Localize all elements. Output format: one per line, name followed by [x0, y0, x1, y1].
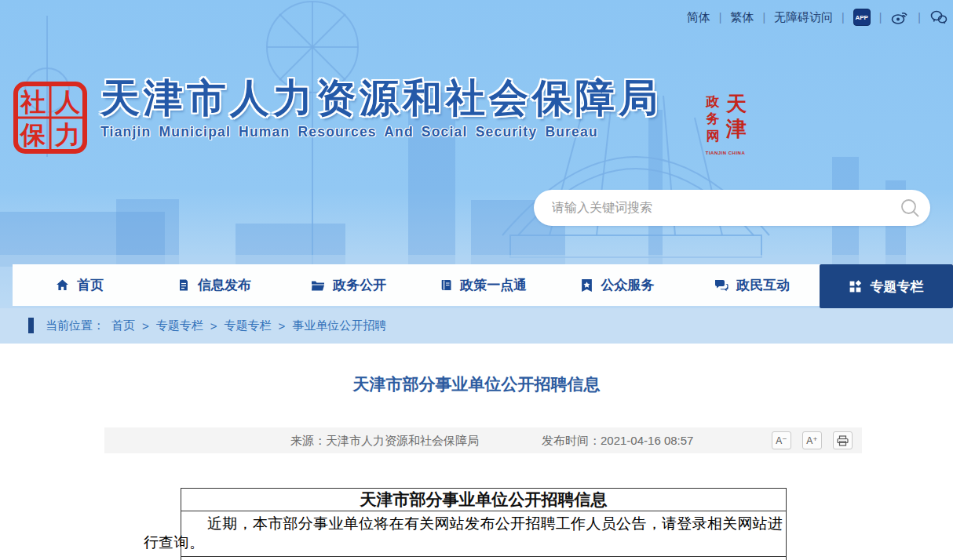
svg-text:政: 政: [706, 94, 721, 109]
grid-icon: [849, 280, 862, 293]
svg-text:网: 网: [707, 129, 720, 144]
separator: |: [719, 11, 722, 24]
table-row: [181, 557, 787, 560]
breadcrumb-home[interactable]: 首页: [111, 318, 135, 333]
main-content-panel: 天津市部分事业单位公开招聘信息 来源：天津市人力资源和社会保障局 发布时间：20…: [13, 344, 953, 560]
table-row: 近期，本市部分事业单位将在有关网站发布公开招聘工作人员公告，请登录相关网站进行查…: [181, 511, 787, 557]
breadcrumb: 当前位置： 首页 > 专题专栏 > 专题专栏 > 事业单位公开招聘: [28, 318, 386, 333]
svg-text:津: 津: [725, 117, 747, 140]
site-subtitle: Tianjin Municipal Human Resources And So…: [100, 124, 662, 140]
nav-item-special-columns[interactable]: 专题专栏: [820, 264, 953, 308]
print-icon: [837, 435, 849, 446]
breadcrumb-marker: [28, 318, 34, 333]
svg-text:社: 社: [20, 88, 46, 116]
search-input[interactable]: [552, 201, 889, 215]
site-title-block: 天津市人力资源和社会保障局 Tianjin Municipal Human Re…: [100, 74, 662, 140]
site-title: 天津市人力资源和社会保障局: [100, 74, 662, 122]
utility-bar: 简体 | 繁体 | 无障碍访问 | APP | |: [687, 7, 948, 27]
table-row: 天津市部分事业单位公开招聘信息: [181, 489, 787, 511]
nav-item-gov-disclosure[interactable]: 政务公开: [282, 264, 416, 306]
article-box-title: 天津市部分事业单位公开招聘信息: [181, 489, 787, 511]
nav-item-public-service[interactable]: 公众服务: [550, 264, 685, 306]
main-nav: 首页 信息发布 政务公开 政策一点通 公众服务 政民互动: [13, 264, 953, 306]
search-box: [534, 190, 930, 226]
app-icon[interactable]: APP: [853, 9, 871, 26]
breadcrumb-special-columns[interactable]: 专题专栏: [156, 318, 203, 333]
separator: |: [842, 11, 845, 24]
svg-text:务: 务: [706, 111, 720, 126]
separator: |: [762, 11, 765, 24]
badge-icon: [581, 278, 593, 292]
article-publish-time: 发布时间：2021-04-16 08:57: [542, 427, 693, 453]
breadcrumb-current[interactable]: 事业单位公开招聘: [292, 318, 386, 333]
article-paragraph: 近期，本市部分事业单位将在有关网站发布公开招聘工作人员公告，请登录相关网站进行查…: [144, 515, 786, 552]
nav-item-info-release[interactable]: 信息发布: [147, 264, 281, 306]
nav-item-interaction[interactable]: 政民互动: [685, 264, 820, 306]
accessibility-link[interactable]: 无障碍访问: [774, 10, 833, 25]
article-meta-bar: 来源：天津市人力资源和社会保障局 发布时间：2021-04-16 08:57 A…: [104, 427, 862, 453]
page: 简体 | 繁体 | 无障碍访问 | APP | |: [0, 0, 953, 560]
seal-caption: TIANJIN CHINA: [699, 151, 752, 155]
weibo-icon[interactable]: [890, 9, 909, 25]
svg-text:力: 力: [54, 121, 80, 149]
svg-text:保: 保: [19, 121, 46, 149]
simplified-chinese-link[interactable]: 简体: [687, 10, 710, 25]
header-banner: 简体 | 繁体 | 无障碍访问 | APP | |: [0, 0, 953, 344]
svg-text:天: 天: [725, 92, 747, 115]
breadcrumb-special-columns-2[interactable]: 专题专栏: [225, 318, 272, 333]
print-button[interactable]: [833, 431, 853, 449]
font-decrease-button[interactable]: A⁻: [772, 431, 791, 449]
breadcrumb-label: 当前位置：: [46, 318, 104, 333]
nav-item-policy-guide[interactable]: 政策一点通: [416, 264, 550, 306]
article-source: 来源：天津市人力资源和社会保障局: [290, 427, 479, 453]
article-tools: A⁻ A⁺: [772, 431, 853, 449]
home-icon: [56, 278, 69, 292]
svg-text:人: 人: [54, 88, 81, 116]
article-box-body: 近期，本市部分事业单位将在有关网站发布公开招聘工作人员公告，请登录相关网站进行查…: [181, 511, 787, 557]
chat-icon: [714, 279, 728, 292]
article-content-table: 天津市部分事业单位公开招聘信息 近期，本市部分事业单位将在有关网站发布公开招聘工…: [181, 488, 787, 560]
wechat-icon[interactable]: [929, 9, 948, 25]
nav-item-home[interactable]: 首页: [13, 264, 147, 306]
search-button[interactable]: [889, 190, 930, 226]
page-title: 天津市部分事业单位公开招聘信息: [13, 373, 940, 395]
tianjin-gov-seal: 天 津 政 务 网 TIANJIN CHINA: [699, 90, 752, 155]
separator: |: [879, 11, 882, 24]
traditional-chinese-link[interactable]: 繁体: [730, 10, 754, 25]
breadcrumb-strip: 当前位置： 首页 > 专题专栏 > 专题专栏 > 事业单位公开招聘: [0, 308, 953, 344]
search-icon: [899, 197, 921, 219]
font-increase-button[interactable]: A⁺: [802, 431, 822, 449]
book-icon: [440, 278, 452, 292]
article-box-next-row: [181, 557, 787, 560]
bureau-seal-logo[interactable]: 社 人 保 力: [13, 81, 88, 158]
separator: |: [918, 11, 921, 24]
folder-icon: [311, 279, 325, 292]
document-icon: [177, 278, 190, 292]
